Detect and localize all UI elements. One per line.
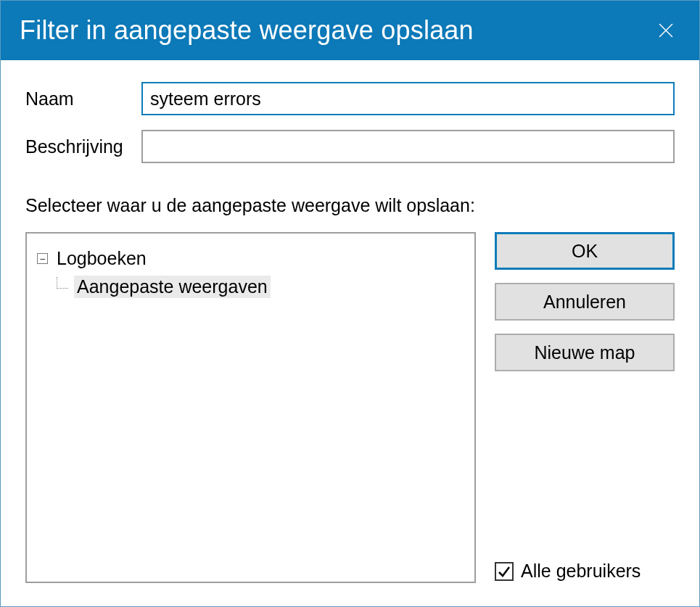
close-icon — [658, 22, 674, 38]
all-users-label: Alle gebruikers — [521, 561, 641, 582]
description-row: Beschrijving — [25, 130, 675, 163]
tree-node-label[interactable]: Logboeken — [54, 247, 149, 270]
description-label: Beschrijving — [25, 136, 141, 157]
cancel-button[interactable]: Annuleren — [495, 283, 675, 321]
checkmark-icon — [497, 564, 511, 579]
dialog-window: Filter in aangepaste weergave opslaan Na… — [0, 0, 700, 607]
location-instruction: Selecteer waar u de aangepaste weergave … — [25, 195, 675, 216]
tree-node-label[interactable]: Aangepaste weergaven — [74, 276, 271, 298]
new-folder-button[interactable]: Nieuwe map — [495, 334, 675, 371]
button-column: OK Annuleren Nieuwe map Alle gebruikers — [495, 232, 675, 583]
close-button[interactable] — [648, 13, 683, 48]
spacer — [495, 384, 675, 548]
name-input[interactable] — [141, 82, 675, 115]
name-row: Naam — [25, 82, 675, 115]
titlebar: Filter in aangepaste weergave opslaan — [1, 1, 699, 60]
lower-area: − Logboeken Aangepaste weergaven OK Annu… — [25, 232, 675, 583]
tree-children: Aangepaste weergaven — [50, 273, 464, 300]
tree-node-child[interactable]: Aangepaste weergaven — [50, 273, 464, 300]
folder-tree[interactable]: − Logboeken Aangepaste weergaven — [25, 232, 476, 583]
dialog-title: Filter in aangepaste weergave opslaan — [20, 15, 648, 46]
dialog-content: Naam Beschrijving Selecteer waar u de aa… — [1, 60, 699, 606]
collapse-icon[interactable]: − — [37, 253, 48, 264]
description-input[interactable] — [141, 130, 675, 163]
tree-node-root[interactable]: − Logboeken Aangepaste weergaven — [37, 245, 464, 300]
name-label: Naam — [25, 88, 141, 110]
ok-button[interactable]: OK — [495, 232, 675, 270]
all-users-checkbox[interactable] — [495, 562, 514, 581]
all-users-row[interactable]: Alle gebruikers — [495, 561, 675, 583]
tree-branch-icon — [57, 277, 68, 289]
